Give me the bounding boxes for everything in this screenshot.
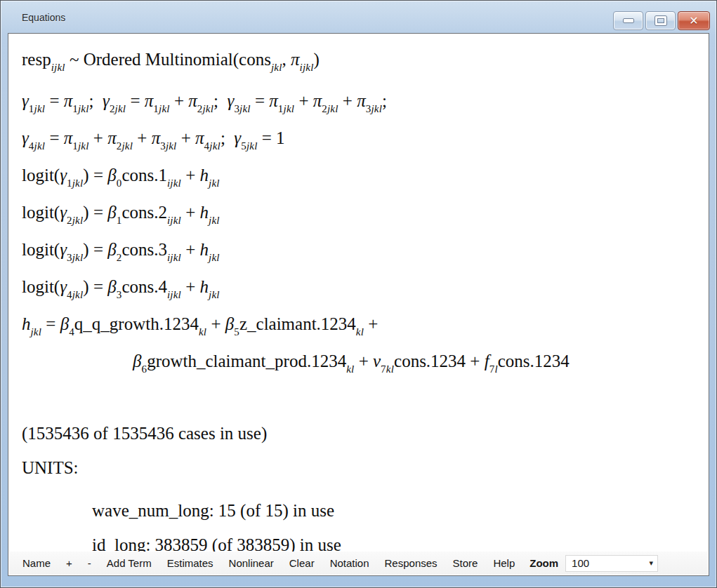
- equation-segment: h: [200, 240, 209, 259]
- equation-segment: (1535436 of 1535436 cases in use): [22, 424, 267, 443]
- equation-segment: +: [364, 314, 378, 333]
- equation-line[interactable]: β6growth_claimant_prod.1234kl + v7klcons…: [22, 344, 703, 381]
- equation-segment: 3: [67, 252, 72, 263]
- equation-segment: +: [466, 352, 485, 370]
- equation-segment: π: [107, 128, 117, 147]
- equation-line[interactable]: wave_num_long: 15 (of 15) in use: [22, 493, 703, 528]
- equation-segment: l: [494, 363, 497, 375]
- caption-buttons: ✕: [613, 11, 710, 30]
- toolbar-button-nonlinear[interactable]: Nonlinear: [221, 554, 282, 572]
- toolbar-button-notation[interactable]: Notation: [322, 554, 377, 572]
- equation-segment: ,: [282, 50, 291, 69]
- zoom-combobox[interactable]: 100 ▾: [565, 555, 658, 572]
- equation-segment: γ: [228, 91, 235, 110]
- equation-segment: β: [107, 166, 116, 185]
- toolbar-button-estimates[interactable]: Estimates: [159, 554, 221, 572]
- equation-segment: ) =: [83, 166, 107, 185]
- equation-segment: +: [181, 277, 200, 296]
- toolbar-button-[interactable]: +: [58, 554, 80, 572]
- equation-segment: q_q_growth.1234: [74, 314, 199, 333]
- equation-segment: +: [170, 91, 189, 110]
- equation-segment: jkl: [246, 140, 258, 152]
- equation-segment: jkl: [209, 252, 220, 263]
- equation-segment: γ: [60, 203, 67, 222]
- equation-segment: γ: [60, 166, 67, 185]
- equation-segment: π: [313, 91, 322, 110]
- equation-segment: = 1: [258, 128, 285, 147]
- equation-line[interactable]: UNITS:: [22, 450, 703, 485]
- equation-segment: γ: [22, 128, 29, 147]
- equation-segment: cons.1234: [394, 352, 466, 370]
- titlebar[interactable]: Equations ✕: [1, 1, 716, 33]
- equation-segment: =: [45, 128, 64, 147]
- equation-line[interactable]: hjkl = β4q_q_growth.1234kl + β5z_claiman…: [22, 307, 703, 344]
- equation-segment: jkl: [31, 326, 42, 338]
- equation-segment: 7: [381, 363, 386, 375]
- equation-segment: jkl: [271, 62, 282, 73]
- equation-segment: z_claimant.1234: [239, 314, 356, 333]
- equation-segment: +: [354, 352, 373, 370]
- equation-segment: ) =: [83, 240, 107, 259]
- equation-segment: 1: [117, 215, 122, 226]
- equation-segment: jkl: [34, 103, 46, 114]
- equation-segment: =: [45, 91, 64, 110]
- toolbar-button-store[interactable]: Store: [445, 554, 486, 572]
- close-button[interactable]: ✕: [678, 11, 710, 30]
- equation-segment: 1: [29, 103, 34, 114]
- equation-line[interactable]: id_long: 383859 (of 383859) in use: [22, 528, 703, 552]
- toolbar-button-add-term[interactable]: Add Term: [99, 554, 159, 572]
- toolbar-button-responses[interactable]: Responses: [377, 554, 445, 572]
- zoom-label: Zoom: [522, 557, 563, 569]
- toolbar-button-name[interactable]: Name: [15, 554, 58, 572]
- maximize-button[interactable]: [645, 11, 676, 30]
- equation-segment: β: [225, 314, 234, 333]
- equation-line[interactable]: γ4jkl = π1jkl + π2jkl + π3jkl + π4jkl; γ…: [22, 121, 703, 158]
- equation-segment: +: [181, 166, 200, 185]
- equation-line[interactable]: (1535436 of 1535436 cases in use): [22, 416, 703, 450]
- equation-segment: 3: [234, 103, 239, 114]
- equation-segment: jkl: [209, 289, 220, 300]
- toolbar-button-[interactable]: -: [80, 554, 99, 572]
- equation-segment: ;: [221, 128, 234, 147]
- equation-segment: π: [195, 128, 204, 147]
- equation-segment: β: [133, 352, 141, 370]
- equation-line[interactable]: logit(γ2jkl) = β1cons.2ijkl + hjkl: [22, 195, 703, 232]
- minimize-button[interactable]: [613, 11, 643, 30]
- equation-segment: jkl: [209, 140, 221, 152]
- equation-segment: jkl: [78, 103, 89, 114]
- equation-segment: ijkl: [300, 62, 314, 73]
- toolbar: Name+-Add TermEstimatesNonlinearClearNot…: [9, 552, 708, 575]
- equation-segment: +: [89, 128, 108, 147]
- equation-segment: jkl: [327, 103, 338, 114]
- toolbar-button-clear[interactable]: Clear: [282, 554, 322, 572]
- equation-segment: β: [107, 240, 116, 259]
- equation-segment: π: [152, 128, 161, 147]
- equation-segment: ijkl: [167, 215, 181, 226]
- equation-segment: jkl: [34, 140, 46, 152]
- equation-area: respijkl ~ Ordered Multinomial(consjkl, …: [8, 34, 709, 552]
- equation-line[interactable]: logit(γ1jkl) = β0cons.1ijkl + hjkl: [22, 158, 703, 195]
- equation-line[interactable]: respijkl ~ Ordered Multinomial(consjkl, …: [22, 42, 703, 79]
- equation-segment: ~ Ordered Multinomial(cons: [65, 50, 271, 69]
- equation-segment: +: [176, 128, 195, 147]
- zoom-value: 100: [572, 557, 589, 569]
- equations-window: Equations ✕ respijkl ~ Ordered Multinomi…: [0, 0, 717, 588]
- equation-segment: jkl: [72, 252, 84, 263]
- equation-segment: jkl: [159, 103, 170, 114]
- equation-segment: =: [126, 91, 145, 110]
- equation-line[interactable]: logit(γ3jkl) = β2cons.3ijkl + hjkl: [22, 232, 703, 269]
- equation-segment: 3: [117, 289, 122, 300]
- equation-segment: 5: [234, 326, 239, 338]
- equation-segment: γ: [60, 240, 67, 259]
- equation-segment: +: [133, 128, 152, 147]
- equation-line[interactable]: γ1jkl = π1jkl; γ2jkl = π1jkl + π2jkl; γ3…: [22, 83, 703, 121]
- toolbar-button-help[interactable]: Help: [485, 554, 522, 572]
- equation-segment: h: [200, 203, 209, 222]
- equation-segment: π: [64, 91, 73, 110]
- equation-segment: =: [41, 314, 60, 333]
- equation-segment: h: [200, 277, 209, 296]
- equation-segment: ;: [213, 91, 227, 110]
- equation-segment: cons.1: [121, 166, 167, 185]
- equation-line[interactable]: logit(γ4jkl) = β3cons.4ijkl + hjkl: [22, 269, 703, 307]
- equations-pane: respijkl ~ Ordered Multinomial(consjkl, …: [8, 33, 709, 576]
